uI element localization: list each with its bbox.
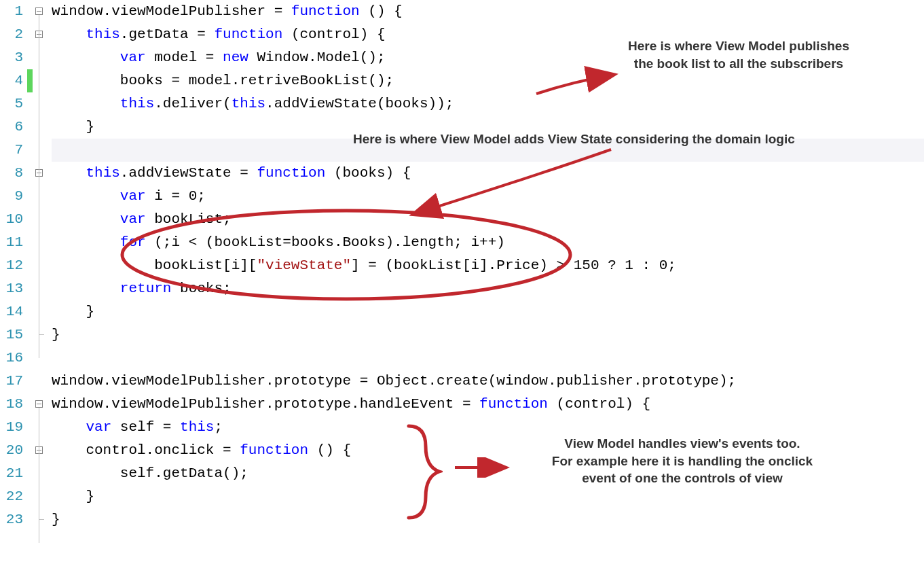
fold-column: [33, 0, 52, 583]
line-number: 14: [0, 300, 23, 323]
line-number: 18: [0, 393, 23, 416]
code-line[interactable]: this.addViewState = function (books) {: [52, 162, 924, 185]
code-area[interactable]: window.viewModelPublisher = function () …: [52, 0, 924, 583]
fold-toggle[interactable]: [35, 7, 43, 15]
code-line[interactable]: }: [52, 508, 924, 531]
line-number: 4: [0, 69, 23, 92]
code-editor: 1234567891011121314151617181920212223 wi…: [0, 0, 924, 583]
code-line[interactable]: window.viewModelPublisher.prototype = Ob…: [52, 370, 924, 393]
code-line[interactable]: }: [52, 300, 924, 323]
line-number: 19: [0, 416, 23, 439]
fold-guide: [39, 408, 39, 543]
line-number: 7: [0, 139, 23, 162]
code-line[interactable]: this.getData = function (control) {: [52, 23, 924, 46]
code-line[interactable]: }: [52, 323, 924, 347]
code-line[interactable]: var self = this;: [52, 416, 924, 439]
line-number: 3: [0, 46, 23, 69]
line-number: 12: [0, 254, 23, 277]
line-number: 15: [0, 323, 23, 347]
line-number: 13: [0, 277, 23, 300]
fold-toggle[interactable]: [35, 400, 43, 408]
code-line[interactable]: control.onclick = function () {: [52, 439, 924, 462]
code-line[interactable]: [52, 139, 924, 162]
line-number: 8: [0, 162, 23, 185]
line-number: 5: [0, 92, 23, 116]
code-line[interactable]: return books;: [52, 277, 924, 300]
line-number: 10: [0, 208, 23, 231]
line-number: 1: [0, 0, 23, 23]
code-line[interactable]: [52, 347, 924, 370]
code-line[interactable]: window.viewModelPublisher.prototype.hand…: [52, 393, 924, 416]
code-line[interactable]: var model = new Window.Model();: [52, 46, 924, 69]
code-line[interactable]: window.viewModelPublisher = function () …: [52, 0, 924, 23]
line-number: 20: [0, 439, 23, 462]
line-number: 23: [0, 508, 23, 531]
code-line[interactable]: bookList[i]["viewState"] = (bookList[i].…: [52, 254, 924, 277]
code-line[interactable]: for (;i < (bookList=books.Books).length;…: [52, 231, 924, 254]
line-number: 11: [0, 231, 23, 254]
line-number: 17: [0, 370, 23, 393]
code-line[interactable]: books = model.retriveBookList();: [52, 69, 924, 92]
line-number: 21: [0, 462, 23, 485]
code-line[interactable]: var bookList;: [52, 208, 924, 231]
change-marker-line-4: [27, 69, 33, 92]
line-number: 9: [0, 185, 23, 208]
line-number-gutter: 1234567891011121314151617181920212223: [0, 0, 27, 583]
line-number: 16: [0, 347, 23, 370]
line-number: 22: [0, 485, 23, 508]
fold-guide: [39, 15, 39, 358]
code-line[interactable]: }: [52, 485, 924, 508]
code-line[interactable]: this.deliver(this.addViewState(books));: [52, 92, 924, 116]
line-number: 6: [0, 116, 23, 139]
change-marker-column: [27, 0, 33, 583]
code-line[interactable]: }: [52, 116, 924, 139]
code-line[interactable]: var i = 0;: [52, 185, 924, 208]
code-line[interactable]: self.getData();: [52, 462, 924, 485]
line-number: 2: [0, 23, 23, 46]
